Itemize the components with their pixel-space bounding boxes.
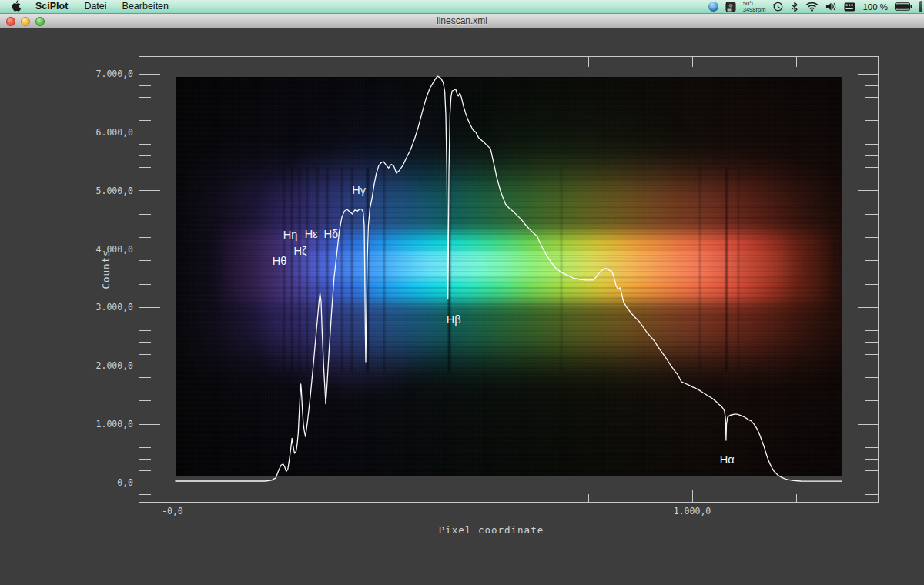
battery-percent-label: 100 %	[862, 2, 888, 12]
y-tick-label: 1.000,0	[96, 419, 134, 430]
menu-status-area: 50°C 3498rpm 100 %	[708, 1, 924, 13]
plot-axes-and-curve: -0,01.000,00,01.000,02.000,03.000,04.000…	[0, 28, 924, 585]
line-annotation: Hα	[720, 453, 735, 466]
desktop: SciPlot Datei Bearbeiten 50°C 3498rpm	[0, 0, 924, 585]
fan-speed-value: 3498rpm	[743, 7, 766, 13]
menu-datei[interactable]: Datei	[76, 0, 114, 13]
line-annotation: Hη	[283, 229, 298, 241]
y-tick-label: 2.000,0	[96, 360, 134, 371]
line-annotation: Hδ	[324, 228, 339, 240]
menu-bearbeiten[interactable]: Bearbeiten	[115, 0, 176, 13]
y-tick-label: 0,0	[117, 477, 133, 488]
volume-icon[interactable]	[825, 2, 837, 12]
line-annotation: Hγ	[352, 184, 366, 196]
battery-icon[interactable]	[895, 2, 912, 11]
apple-icon	[11, 0, 21, 14]
y-tick-label: 6.000,0	[96, 127, 134, 138]
line-annotation: Hζ	[294, 245, 307, 257]
menu-bar: SciPlot Datei Bearbeiten 50°C 3498rpm	[0, 0, 924, 14]
time-machine-icon[interactable]	[772, 1, 784, 12]
y-tick-label: 5.000,0	[96, 186, 134, 196]
x-tick-label: 1.000,0	[674, 506, 711, 516]
window-title: linescan.xml	[0, 15, 924, 26]
plot-canvas[interactable]: -0,01.000,00,01.000,02.000,03.000,04.000…	[0, 28, 924, 585]
temp-fan-readout[interactable]: 50°C 3498rpm	[743, 1, 766, 13]
plot-frame	[139, 56, 878, 502]
keyboard-viewer-icon[interactable]	[844, 2, 855, 12]
sciplot-window: linescan.xml -0,01.000,00,01.000,02.000,…	[0, 13, 924, 585]
line-annotation: Hβ	[447, 313, 461, 326]
line-annotation: Hθ	[273, 255, 287, 267]
line-annotation: Hε	[305, 228, 318, 240]
window-title-bar[interactable]: linescan.xml	[0, 13, 924, 28]
menu-edge-item[interactable]	[919, 1, 922, 12]
wifi-icon[interactable]	[805, 2, 819, 12]
app-menu-sciplot[interactable]: SciPlot	[27, 0, 76, 13]
x-tick-label: -0,0	[162, 506, 183, 516]
spectrum-curve	[176, 76, 842, 481]
bluetooth-icon[interactable]	[791, 2, 798, 12]
status-orb-icon[interactable]	[708, 2, 718, 12]
y-tick-label: 7.000,0	[96, 69, 134, 79]
fan-control-icon[interactable]	[725, 2, 736, 12]
y-tick-label: 3.000,0	[96, 302, 134, 313]
y-axis-title: Counts	[100, 246, 111, 292]
x-axis-title: Pixel coordinate	[414, 524, 568, 536]
apple-menu[interactable]	[0, 0, 27, 14]
